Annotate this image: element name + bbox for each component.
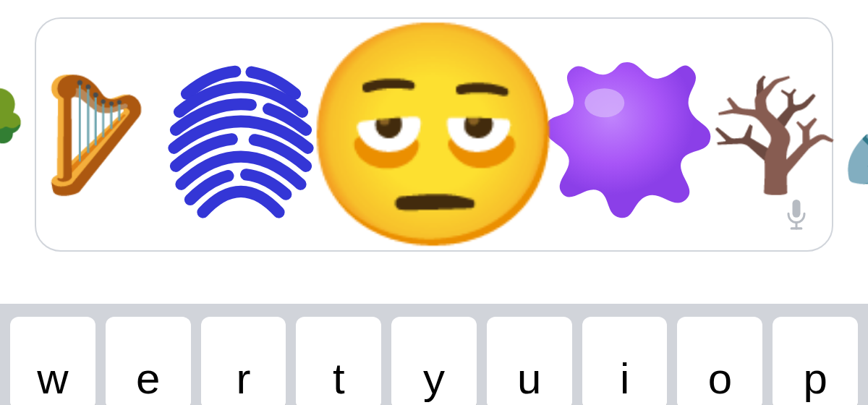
emoji-content: 🫜 🪉 🫩	[71, 19, 797, 250]
radish-emoji: 🫜	[0, 91, 26, 178]
key-e[interactable]: e	[106, 317, 191, 405]
key-t[interactable]: t	[296, 317, 381, 405]
key-y[interactable]: y	[391, 317, 477, 405]
leafless-tree-emoji: 🪾	[707, 80, 842, 189]
text-input-field[interactable]: 🫜 🪉 🫩	[35, 17, 833, 252]
key-p[interactable]: p	[773, 317, 858, 405]
keyboard-row-1: w e r t y u i o p	[0, 317, 868, 405]
harp-emoji: 🪉	[26, 80, 161, 189]
svg-point-0	[584, 88, 624, 117]
shovel-emoji: 🪏	[842, 91, 868, 178]
keyboard: w e r t y u i o p	[0, 304, 868, 405]
weary-face-emoji: 🫩	[299, 26, 569, 243]
key-u[interactable]: u	[487, 317, 572, 405]
key-o[interactable]: o	[677, 317, 762, 405]
svg-rect-1	[793, 200, 801, 218]
key-i[interactable]: i	[582, 317, 668, 405]
key-w[interactable]: w	[10, 317, 95, 405]
microphone-icon[interactable]	[784, 200, 809, 231]
key-r[interactable]: r	[201, 317, 286, 405]
